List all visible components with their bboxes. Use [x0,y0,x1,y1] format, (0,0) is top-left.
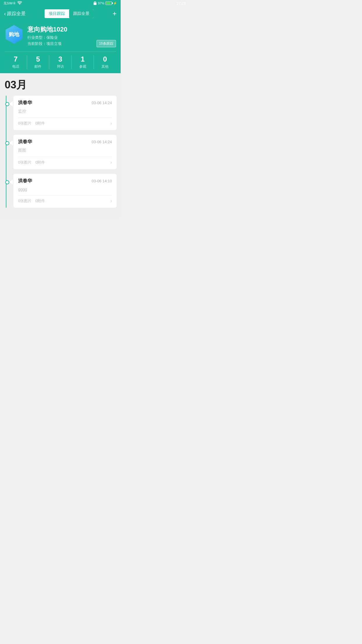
timeline-arrow [9,179,13,185]
card-content: 图图 [18,148,112,153]
timeline-dot [5,102,9,106]
stat-item-电话: 7 电话 [5,55,27,69]
stat-item-其他: 0 其他 [94,55,116,69]
back-arrow-icon: ‹ [4,11,6,16]
timeline-dot [5,180,9,184]
card-content: 监控 [18,109,112,114]
stat-number-0: 7 [14,55,17,64]
chevron-right-icon: › [110,160,112,165]
status-right: 97% ⚡ [93,1,117,6]
stat-label-2: 拜访 [57,64,64,69]
card-content: gggg [18,187,112,192]
timeline-container: 洪春华 03-06 14:24 监控 0张图片 0附件 › 洪春华 03-06 … [0,96,121,208]
project-hexagon: 购地 [5,25,23,44]
card-author: 洪春华 [18,178,32,184]
timeline-arrow [9,101,13,106]
card-time: 03-06 14:10 [92,179,112,183]
card-attachments: 0张图片 0附件 [18,121,45,126]
project-industry: 行业类型：保险业 [27,35,116,40]
chevron-right-icon: › [110,198,112,204]
timeline-card[interactable]: 洪春华 03-06 14:24 图图 0张图片 0附件 › [13,135,117,169]
project-icon-text: 购地 [9,31,19,38]
card-header: 洪春华 03-06 14:10 [18,178,112,184]
back-label: 跟踪全景 [7,11,26,17]
status-left: 无SIM卡 [3,1,22,6]
battery-fill [106,2,110,4]
stats-row: 7 电话 5 邮件 3 拜访 1 参观 0 其他 [5,51,116,73]
stat-item-拜访: 3 拜访 [49,55,72,69]
nav-tabs: 项目跟踪 跟踪全景 [45,9,94,18]
timeline-line [6,96,6,208]
stat-number-1: 5 [36,55,40,64]
card-author: 洪春华 [18,100,32,106]
timeline-arrow [9,140,13,146]
stat-label-3: 参观 [79,64,86,69]
timeline-items: 洪春华 03-06 14:24 监控 0张图片 0附件 › 洪春华 03-06 … [13,96,121,208]
stat-label-4: 其他 [101,64,108,69]
industry-value: 保险业 [46,35,58,40]
carrier-text: 无SIM卡 [3,1,16,6]
card-author: 洪春华 [18,139,32,145]
add-button[interactable]: + [113,10,117,17]
stat-number-3: 1 [81,55,85,64]
project-details-wrapper: 意向购地1020 行业类型：保险业 当前阶段：项目立项 16条跟踪 [27,25,116,47]
lock-icon [93,1,97,6]
battery-percent: 97% [98,1,104,5]
month-label: 03月 [0,78,121,96]
card-footer: 0张图片 0附件 › [18,195,112,204]
timeline-item[interactable]: 洪春华 03-06 14:24 监控 0张图片 0附件 › [13,96,121,130]
stat-item-邮件: 5 邮件 [27,55,50,69]
card-time: 03-06 14:24 [92,101,112,105]
timeline-item[interactable]: 洪春华 03-06 14:10 gggg 0张图片 0附件 › [13,174,121,208]
card-time: 03-06 14:24 [92,140,112,144]
stat-item-参观: 1 参观 [72,55,94,69]
project-icon: 购地 [5,25,23,44]
industry-label: 行业类型： [27,35,46,40]
timeline-card[interactable]: 洪春华 03-06 14:24 监控 0张图片 0附件 › [13,96,117,130]
wifi-icon [17,1,22,5]
stage-label: 当前阶段： [27,41,46,46]
stat-label-1: 邮件 [34,64,41,69]
card-header: 洪春华 03-06 14:24 [18,100,112,106]
track-badge: 16条跟踪 [96,40,116,47]
card-attachments: 0张图片 0附件 [18,160,45,165]
battery-icon [106,1,112,5]
project-name: 意向购地1020 [27,25,116,34]
status-bar: 无SIM卡 17:23 97% ⚡ [0,0,121,6]
nav-bar: ‹ 跟踪全景 项目跟踪 跟踪全景 + [0,6,121,21]
timeline-card[interactable]: 洪春华 03-06 14:10 gggg 0张图片 0附件 › [13,174,117,208]
card-footer: 0张图片 0附件 › [18,157,112,165]
chevron-right-icon: › [110,121,112,126]
project-info: 购地 意向购地1020 行业类型：保险业 当前阶段：项目立项 16条跟踪 [5,25,116,47]
timeline-item[interactable]: 洪春华 03-06 14:24 图图 0张图片 0附件 › [13,135,121,169]
stat-label-0: 电话 [12,64,19,69]
svg-rect-0 [94,3,96,5]
header-section: 购地 意向购地1020 行业类型：保险业 当前阶段：项目立项 16条跟踪 7 电… [0,21,121,73]
tab-track-panorama[interactable]: 跟踪全景 [69,9,94,18]
stat-number-2: 3 [58,55,62,64]
card-attachments: 0张图片 0附件 [18,198,45,204]
card-header: 洪春华 03-06 14:24 [18,139,112,145]
card-footer: 0张图片 0附件 › [18,118,112,126]
timeline-dot [5,141,9,145]
stat-number-4: 0 [103,55,107,64]
timeline-section: 03月 洪春华 03-06 14:24 监控 0张图片 0附件 › 洪春华 03… [0,73,121,218]
back-button[interactable]: ‹ 跟踪全景 [4,11,26,17]
stage-value: 项目立项 [46,41,61,46]
bolt-icon: ⚡ [113,1,117,5]
tab-project-track[interactable]: 项目跟踪 [45,9,69,18]
